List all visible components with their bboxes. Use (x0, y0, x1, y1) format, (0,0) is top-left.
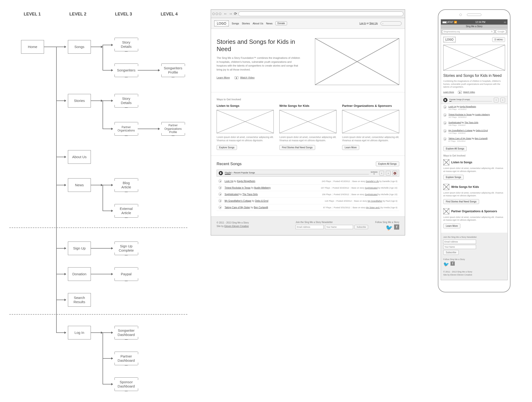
artist-link[interactable]: The Tiara Girls (464, 121, 478, 124)
song-row: Look Up by Kayla Ringelheim243 Plays|Pos… (217, 178, 399, 185)
song-title-link[interactable]: Sophisticated (448, 121, 461, 124)
play-icon[interactable] (218, 192, 222, 196)
facebook-icon[interactable]: f (450, 262, 455, 266)
artist-link[interactable]: Austin Atteberry (254, 186, 271, 189)
level-3-header: LEVEL 3 (101, 12, 146, 17)
mobile-name-input[interactable] (443, 245, 476, 249)
artist-link[interactable]: Debs & Errol (476, 129, 488, 132)
twitter-icon[interactable]: 🐦 (443, 262, 449, 267)
mobile-explore-all-button[interactable]: Explore All Songs (443, 146, 467, 151)
menu-button[interactable]: ☰ MENU (492, 37, 505, 42)
song-title-link[interactable]: Look Up (225, 180, 233, 183)
song-title-link[interactable]: Sophisticated (225, 193, 239, 196)
donate-button[interactable]: Donate (275, 21, 287, 25)
artist-link[interactable]: Austin Atteberry (475, 113, 490, 116)
play-icon[interactable] (218, 206, 222, 209)
play-icon[interactable] (218, 186, 222, 189)
mobile-subscribe-button[interactable]: Subscribe (443, 250, 459, 255)
google-search[interactable]: Google (495, 30, 507, 34)
artist-link[interactable]: Kayla Ringelheim (237, 180, 255, 183)
window-controls[interactable] (212, 13, 221, 15)
play-button[interactable] (219, 171, 223, 175)
mobile-watch-video[interactable]: Watch Video (463, 91, 475, 93)
way-button[interactable]: Learn More (443, 223, 460, 228)
play-icon[interactable] (443, 137, 447, 140)
next-button[interactable]: › (386, 171, 391, 175)
logo[interactable]: LOGO (214, 20, 229, 26)
story-link[interactable]: Danielle's Life (366, 180, 379, 183)
node-story-details-2: Story Details (115, 94, 138, 108)
prev-button[interactable]: ‹ (379, 171, 384, 175)
nav-songs[interactable]: Songs (232, 22, 239, 25)
artist-link[interactable]: The Tiara Girls (242, 193, 258, 196)
nav-news[interactable]: News (266, 22, 272, 25)
signup-link[interactable]: Sign Up (369, 22, 378, 25)
artist-link[interactable]: Debs & Errol (255, 200, 268, 202)
song-title-link[interactable]: Taking Care of My Sister (225, 206, 250, 209)
story-link[interactable]: Sophisticated (365, 187, 377, 189)
subscribe-button[interactable]: Subscribe (355, 225, 368, 229)
back-icon[interactable]: ← (224, 12, 227, 16)
find-stories-button[interactable]: Find Stories that Need Songs (279, 145, 315, 150)
reload-icon[interactable]: ⟳ (234, 12, 237, 16)
play-icon[interactable] (443, 113, 447, 117)
progress-bar[interactable] (225, 174, 369, 175)
login-link[interactable]: Log In (359, 22, 366, 25)
play-icon[interactable] (443, 105, 447, 109)
play-icon[interactable] (443, 129, 447, 133)
way-button[interactable]: Explore Songs (443, 175, 464, 180)
mute-button[interactable]: 🔇 (393, 171, 397, 175)
story-link[interactable]: My Grandfather (368, 200, 382, 202)
artist-link[interactable]: Ben Curtarelli (254, 206, 268, 209)
mobile-logo[interactable]: LOGO (443, 37, 456, 42)
watch-video-link[interactable]: Watch Video (240, 76, 254, 79)
story-link[interactable]: My Sister and I (366, 206, 380, 209)
email-input[interactable] (296, 225, 324, 229)
nav-stories[interactable]: Stories (242, 22, 250, 25)
facebook-icon[interactable]: f (394, 224, 399, 230)
name-input[interactable] (325, 225, 353, 229)
footer-copy: © 2011 - 2013 Sing Me a Story Site by El… (217, 221, 288, 228)
play-icon[interactable] (443, 121, 447, 125)
search-input[interactable]: ⌕ (380, 21, 402, 26)
song-title-link[interactable]: Taking Care of My Sister (448, 137, 471, 140)
connector (102, 384, 113, 384)
progress-bar[interactable] (449, 101, 492, 102)
forward-icon[interactable]: → (229, 12, 233, 16)
mobile-learn-more[interactable]: Learn More (443, 91, 454, 93)
play-icon[interactable] (218, 199, 222, 202)
explore-all-button[interactable]: Explore All Songs (376, 161, 399, 166)
connector (102, 70, 113, 70)
song-title-link[interactable]: My Grandfather's Cottage (448, 129, 473, 132)
artist-link[interactable]: Ben Curtarelli (475, 137, 488, 140)
refresh-icon[interactable]: ↻ (491, 31, 493, 33)
mobile-email-input[interactable] (443, 240, 476, 244)
explore-songs-button[interactable]: Explore Songs (217, 145, 237, 150)
song-title-link[interactable]: Tiniest Rockstar in Texas (448, 113, 472, 116)
artist-link[interactable]: Kayla Ringelheim (460, 105, 476, 108)
way-desc: Lorem ipsum dolor sit amet, consectetur … (443, 216, 505, 222)
song-title-link[interactable]: Look Up (448, 105, 456, 108)
dashed-divider-2 (9, 314, 187, 315)
url-input[interactable]: Singmeastory.org ↻ (442, 30, 494, 34)
node-news: News (68, 178, 91, 192)
address-bar[interactable] (238, 12, 403, 16)
prev-button[interactable]: ‹ (494, 98, 499, 102)
twitter-icon[interactable]: 🐦 (386, 224, 393, 231)
story-link[interactable]: Sophisticated (365, 193, 377, 196)
site-header: LOGO Songs Stories About Us News Donate … (211, 18, 405, 29)
credit-link[interactable]: Eleven Eleven Creative (224, 225, 249, 228)
learn-more-button[interactable]: Learn More (342, 145, 359, 150)
play-button[interactable] (443, 98, 448, 102)
newsletter: Join the Sing Me a Story Newsletter Subs… (296, 221, 368, 229)
nav-about[interactable]: About Us (253, 22, 263, 25)
next-button[interactable]: › (500, 98, 505, 102)
way-button[interactable]: Find Stories that Need Songs (443, 199, 479, 204)
play-icon[interactable] (218, 179, 222, 183)
auth-links: Log In or Sign Up (359, 22, 378, 25)
song-title-link[interactable]: My Grandfather's Cottage (225, 200, 251, 202)
connector (102, 358, 113, 359)
mobile-credit-link[interactable]: Eleven Eleven Creative (450, 274, 472, 276)
learn-more-link[interactable]: Learn More (217, 76, 230, 79)
song-title-link[interactable]: Tiniest Rockstar in Texas (225, 186, 251, 189)
